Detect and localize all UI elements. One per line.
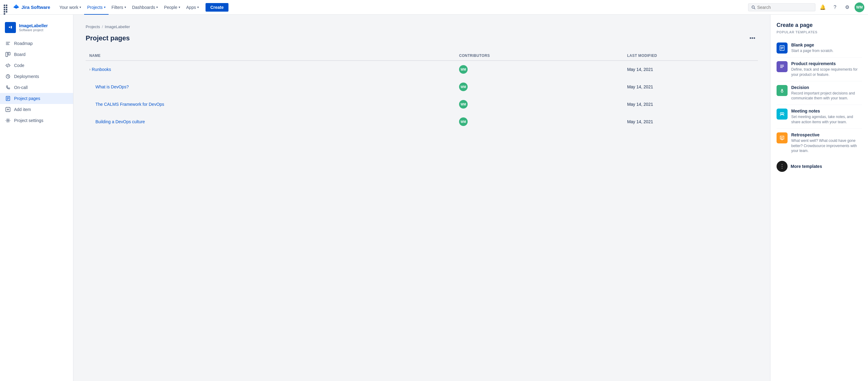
nav-your-work[interactable]: Your work ▾ bbox=[56, 0, 84, 15]
sidebar-item-roadmap[interactable]: Roadmap bbox=[0, 38, 73, 49]
app-switcher-button[interactable] bbox=[4, 5, 9, 10]
template-info: Blank page Start a page from scratch. bbox=[791, 42, 833, 54]
sidebar-item-oncall[interactable]: On-call bbox=[0, 82, 73, 93]
roadmap-icon bbox=[5, 40, 11, 46]
template-name: Meeting notes bbox=[791, 108, 862, 114]
template-name: Blank page bbox=[791, 42, 833, 47]
last-modified-date: May 14, 2021 bbox=[627, 102, 653, 107]
more-options-button[interactable]: ••• bbox=[747, 33, 758, 44]
nav-people[interactable]: People ▾ bbox=[161, 0, 183, 15]
settings-button[interactable]: ⚙ bbox=[842, 2, 852, 12]
more-templates-icon bbox=[777, 161, 787, 172]
template-icon bbox=[777, 108, 787, 120]
page-link[interactable]: Building a DevOps culture bbox=[95, 119, 145, 124]
logo[interactable]: Jira Software bbox=[13, 4, 50, 11]
page-link[interactable]: What is DevOps? bbox=[95, 85, 129, 89]
template-info: Decision Record important project decisi… bbox=[791, 85, 862, 101]
breadcrumb-separator: / bbox=[102, 25, 103, 29]
chevron-down-icon: ▾ bbox=[156, 5, 158, 9]
nav-dashboards[interactable]: Dashboards ▾ bbox=[129, 0, 161, 15]
template-description: Start a page from scratch. bbox=[791, 48, 833, 54]
project-header: ImageLabeller Software project bbox=[0, 20, 73, 38]
project-info: ImageLabeller Software project bbox=[19, 23, 48, 32]
last-modified-date: May 14, 2021 bbox=[627, 85, 653, 89]
search-input[interactable] bbox=[757, 5, 812, 10]
col-header-modified: Last modified bbox=[623, 51, 758, 61]
template-info: Meeting notes Set meeting agendas, take … bbox=[791, 108, 862, 125]
panel-subtitle: POPULAR TEMPLATES bbox=[777, 30, 862, 34]
sidebar-item-deployments[interactable]: Deployments bbox=[0, 71, 73, 82]
nav-right: 🔔 ? ⚙ WM bbox=[748, 2, 864, 12]
search-box[interactable] bbox=[748, 3, 815, 11]
chevron-down-icon: ▾ bbox=[124, 5, 126, 9]
nav-projects[interactable]: Projects ▾ bbox=[84, 0, 108, 15]
table-row: The CALMS Framework for DevOps WM May 14… bbox=[86, 96, 758, 113]
board-icon bbox=[5, 51, 11, 58]
code-icon bbox=[5, 62, 11, 68]
svg-point-11 bbox=[781, 91, 783, 92]
template-icon bbox=[777, 85, 787, 96]
template-name: Product requirements bbox=[791, 61, 862, 66]
more-templates-label: More templates bbox=[790, 164, 822, 169]
nav-left: Jira Software Your work ▾ Projects ▾ Fil… bbox=[4, 0, 228, 15]
contributor-avatar: WM bbox=[459, 118, 468, 126]
create-button[interactable]: Create bbox=[206, 3, 229, 11]
chevron-down-icon: ▾ bbox=[179, 5, 180, 9]
template-item-1[interactable]: Product requirements Define, track and s… bbox=[777, 58, 862, 81]
template-icon bbox=[777, 42, 787, 54]
deployments-icon bbox=[5, 73, 11, 80]
table-row: What is DevOps? WM May 14, 2021 bbox=[86, 78, 758, 96]
expand-icon[interactable]: › bbox=[89, 67, 91, 71]
right-panel: Create a page POPULAR TEMPLATES Blank pa… bbox=[770, 15, 868, 381]
notifications-button[interactable]: 🔔 bbox=[818, 2, 828, 12]
svg-rect-3 bbox=[7, 24, 14, 31]
oncall-icon bbox=[5, 85, 11, 91]
svg-point-9 bbox=[7, 120, 9, 121]
sidebar-item-board[interactable]: Board bbox=[0, 49, 73, 60]
template-item-0[interactable]: Blank page Start a page from scratch. bbox=[777, 39, 862, 58]
project-pages-icon bbox=[5, 95, 11, 101]
project-icon bbox=[5, 22, 16, 33]
template-description: Record important project decisions and c… bbox=[791, 91, 862, 101]
page-header: Project pages ••• bbox=[86, 33, 758, 44]
table-row: › Runbooks WM May 14, 2021 bbox=[86, 61, 758, 78]
col-header-name: Name bbox=[86, 51, 456, 61]
sidebar-item-project-settings[interactable]: Project settings bbox=[0, 115, 73, 126]
breadcrumb-project[interactable]: ImageLabeller bbox=[105, 25, 130, 29]
template-icon bbox=[777, 61, 787, 72]
nav-filters[interactable]: Filters ▾ bbox=[108, 0, 129, 15]
pages-list: › Runbooks WM May 14, 2021 What is DevOp… bbox=[86, 61, 758, 131]
settings-icon bbox=[5, 118, 11, 124]
more-templates-button[interactable]: More templates bbox=[777, 157, 862, 176]
template-description: Set meeting agendas, take notes, and sha… bbox=[791, 114, 862, 125]
sidebar-item-project-pages[interactable]: Project pages bbox=[0, 93, 73, 104]
user-avatar[interactable]: WM bbox=[855, 2, 864, 12]
template-item-4[interactable]: Retrospective What went well? What could… bbox=[777, 129, 862, 157]
sidebar-item-add-item[interactable]: Add item bbox=[0, 104, 73, 115]
breadcrumb-projects[interactable]: Projects bbox=[86, 25, 100, 29]
nav-apps[interactable]: Apps ▾ bbox=[183, 0, 202, 15]
templates-list: Blank page Start a page from scratch. Pr… bbox=[777, 39, 862, 157]
contributor-avatar: WM bbox=[459, 83, 468, 91]
template-description: What went well? What could have gone bet… bbox=[791, 138, 862, 154]
help-button[interactable]: ? bbox=[830, 2, 840, 12]
chevron-down-icon: ▾ bbox=[197, 5, 199, 9]
svg-rect-4 bbox=[6, 52, 8, 57]
last-modified-date: May 14, 2021 bbox=[627, 119, 653, 124]
chevron-down-icon: ▾ bbox=[104, 5, 105, 9]
main-nav: Your work ▾ Projects ▾ Filters ▾ Dashboa… bbox=[56, 0, 202, 15]
template-item-2[interactable]: Decision Record important project decisi… bbox=[777, 81, 862, 105]
contributor-avatar: WM bbox=[459, 100, 468, 108]
template-item-3[interactable]: Meeting notes Set meeting agendas, take … bbox=[777, 105, 862, 129]
page-link[interactable]: Runbooks bbox=[92, 67, 111, 72]
main-content: Projects / ImageLabeller Project pages •… bbox=[73, 15, 770, 381]
page-link[interactable]: The CALMS Framework for DevOps bbox=[95, 102, 164, 107]
table-header: Name Contributors Last modified bbox=[86, 51, 758, 61]
last-modified-date: May 14, 2021 bbox=[627, 67, 653, 72]
template-info: Retrospective What went well? What could… bbox=[791, 132, 862, 154]
logo-text: Jira Software bbox=[22, 5, 50, 10]
project-name[interactable]: ImageLabeller bbox=[19, 23, 48, 28]
sidebar-item-code[interactable]: Code bbox=[0, 60, 73, 71]
template-description: Define, track and scope requirements for… bbox=[791, 67, 862, 77]
sidebar-nav: Roadmap Board Code Deployments bbox=[0, 38, 73, 126]
